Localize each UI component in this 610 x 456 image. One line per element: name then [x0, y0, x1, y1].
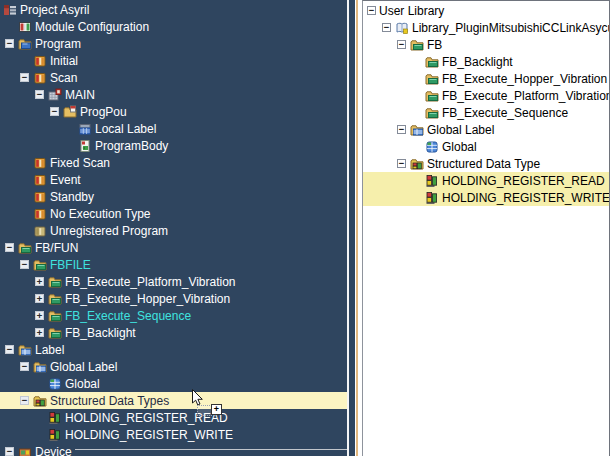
collapse-toggle-icon[interactable]: − — [5, 39, 14, 48]
tree-item-fb-execute-hopper-vibration[interactable]: +FB_Execute_Hopper_Vibration — [0, 290, 347, 307]
tree-item-holding-register-read[interactable]: HOLDING_REGISTER_READ — [0, 409, 347, 426]
tree-item-label[interactable]: −Label — [0, 341, 347, 358]
tree-item-label: Unregistered Program — [50, 224, 168, 238]
tree-item-label: No Execution Type — [50, 207, 151, 221]
project-icon — [3, 3, 17, 17]
collapse-toggle-icon[interactable]: − — [20, 73, 29, 82]
tree-item-structured-data-types[interactable]: −Structured Data Types — [0, 392, 347, 409]
tree-item-holding-register-read[interactable]: HOLDING_REGISTER_READ — [363, 172, 609, 189]
tree-item-label: FB_Execute_Platform_Vibration — [442, 89, 610, 103]
tree-item-programbody[interactable]: ProgramBody — [0, 137, 347, 154]
collapse-toggle-icon[interactable]: − — [5, 447, 14, 456]
collapse-toggle-icon[interactable]: − — [20, 362, 29, 371]
device-icon — [18, 445, 32, 456]
collapse-toggle-icon[interactable]: − — [397, 125, 406, 134]
tree-item-fb-backlight[interactable]: +FB_Backlight — [0, 324, 347, 341]
collapse-toggle-icon[interactable]: − — [50, 107, 59, 116]
tree-item-progpou[interactable]: −ProgPou — [0, 103, 347, 120]
tree-item-label: Structured Data Type — [427, 157, 540, 171]
tree-item-fb-execute-hopper-vibration[interactable]: FB_Execute_Hopper_Vibration — [363, 70, 609, 87]
tree-item-label: HOLDING_REGISTER_READ — [65, 411, 228, 425]
exec-type-icon — [33, 54, 47, 68]
collapse-toggle-icon[interactable]: − — [367, 6, 376, 15]
tree-item-global[interactable]: Global — [363, 138, 609, 155]
expand-toggle-icon[interactable]: + — [35, 294, 44, 303]
fb-folder-icon — [48, 292, 62, 306]
collapse-toggle-icon[interactable]: − — [5, 243, 14, 252]
fb-folder-icon — [48, 309, 62, 323]
fb-folder-icon — [425, 55, 439, 69]
tree-item-program[interactable]: −Program — [0, 35, 347, 52]
tree-item-fb-backlight[interactable]: FB_Backlight — [363, 53, 609, 70]
tree-item-initial[interactable]: Initial — [0, 52, 347, 69]
tree-item-label: Program — [35, 37, 81, 51]
collapse-toggle-icon[interactable]: − — [20, 260, 29, 269]
tree-item-holding-register-write[interactable]: HOLDING_REGISTER_WRITE — [0, 426, 347, 443]
expand-toggle-icon[interactable]: + — [35, 311, 44, 320]
collapse-toggle-icon[interactable]: − — [397, 40, 406, 49]
tree-item-structured-data-type[interactable]: −Structured Data Type — [363, 155, 609, 172]
collapse-toggle-icon[interactable]: − — [382, 23, 391, 32]
exec-type-icon — [33, 156, 47, 170]
tree-item-global-label[interactable]: −Global Label — [363, 121, 609, 138]
tree-item-module-configuration[interactable]: Module Configuration — [0, 18, 347, 35]
tree-item-fb-execute-sequence[interactable]: +FB_Execute_Sequence — [0, 307, 347, 324]
tree-item-fb-execute-platform-vibration[interactable]: +FB_Execute_Platform_Vibration — [0, 273, 347, 290]
tree-item-project-asyril[interactable]: Project Asyril — [0, 1, 347, 18]
sdt-item-icon — [425, 174, 439, 188]
tree-item-fb-fun[interactable]: −FB/FUN — [0, 239, 347, 256]
fb-folder-icon — [18, 241, 32, 255]
tree-item-fb[interactable]: −FB — [363, 36, 609, 53]
tree-item-label: FB — [427, 38, 442, 52]
tree-item-local-label[interactable]: Local Label — [0, 120, 347, 137]
tree-item-label: ProgramBody — [95, 139, 168, 153]
ide-workspace: Project AsyrilModule Configuration−Progr… — [0, 0, 610, 456]
fb-folder-icon — [425, 106, 439, 120]
user-library-panel: −User Library−Library_PluginMitsubishiCC… — [362, 0, 610, 456]
tree-item-label: Fixed Scan — [50, 156, 110, 170]
tree-item-global-label[interactable]: −Global Label — [0, 358, 347, 375]
expand-toggle-icon[interactable]: + — [35, 328, 44, 337]
program-body-icon — [78, 139, 92, 153]
tree-item-label: Device — [35, 445, 72, 456]
tree-item-event[interactable]: Event — [0, 171, 347, 188]
local-label-icon — [78, 122, 92, 136]
tree-item-label: FB_Backlight — [442, 55, 513, 69]
pou-folder-icon — [63, 105, 77, 119]
library-book-icon — [395, 21, 409, 35]
tree-item-label: Global Label — [50, 360, 117, 374]
tree-item-standby[interactable]: Standby — [0, 188, 347, 205]
tree-item-holding-register-write[interactable]: HOLDING_REGISTER_WRITE — [363, 189, 609, 206]
tree-item-label: FB/FUN — [35, 241, 78, 255]
collapse-toggle-icon[interactable]: − — [5, 345, 14, 354]
program-folder-icon — [18, 37, 32, 51]
unregistered-program-icon — [33, 224, 47, 238]
tree-item-label: FB_Backlight — [65, 326, 136, 340]
exec-type-icon — [33, 173, 47, 187]
tree-item-fbfile[interactable]: −FBFILE — [0, 256, 347, 273]
collapse-toggle-icon[interactable]: − — [20, 396, 29, 405]
tree-item-unregistered-program[interactable]: Unregistered Program — [0, 222, 347, 239]
fb-folder-icon — [425, 89, 439, 103]
expand-toggle-icon[interactable]: + — [35, 277, 44, 286]
tree-item-library-pluginmitsubishicclinkasycube[interactable]: −Library_PluginMitsubishiCCLinkAsycube — [363, 19, 609, 36]
tree-item-scan[interactable]: −Scan — [0, 69, 347, 86]
tree-item-global[interactable]: Global — [0, 375, 347, 392]
fb-folder-icon — [425, 72, 439, 86]
tree-item-fb-execute-platform-vibration[interactable]: FB_Execute_Platform_Vibration — [363, 87, 609, 104]
tree-item-user-library[interactable]: −User Library — [363, 2, 609, 19]
tree-item-main[interactable]: −MAIN — [0, 86, 347, 103]
tree-item-label: Standby — [50, 190, 94, 204]
tree-item-no-execution-type[interactable]: No Execution Type — [0, 205, 347, 222]
collapse-toggle-icon[interactable]: − — [35, 90, 44, 99]
tree-item-label: FB_Execute_Hopper_Vibration — [442, 72, 607, 86]
exec-type-icon — [33, 71, 47, 85]
tree-item-label: Global — [65, 377, 100, 391]
fb-folder-icon — [48, 275, 62, 289]
tree-item-fixed-scan[interactable]: Fixed Scan — [0, 154, 347, 171]
tree-item-fb-execute-sequence[interactable]: FB_Execute_Sequence — [363, 104, 609, 121]
tree-item-label: Global Label — [427, 123, 494, 137]
collapse-toggle-icon[interactable]: − — [397, 159, 406, 168]
tree-item-label: FB_Execute_Sequence — [442, 106, 568, 120]
sdt-folder-icon — [33, 394, 47, 408]
